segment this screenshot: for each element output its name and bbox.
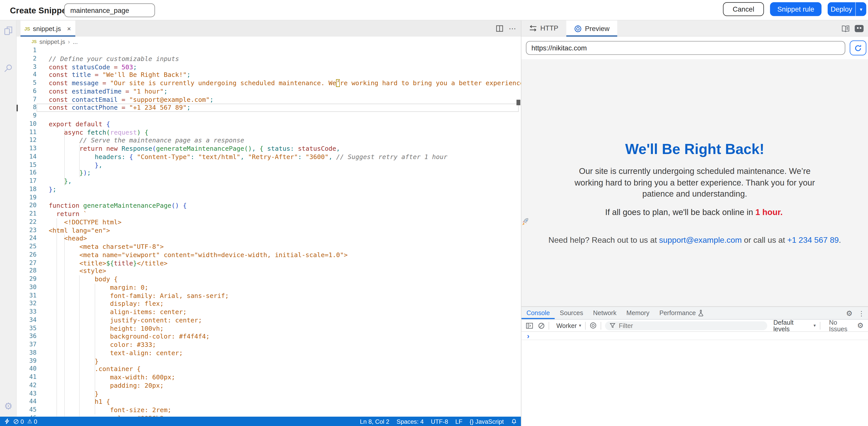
code-line: body { — [49, 275, 521, 283]
refresh-button[interactable] — [849, 40, 866, 55]
breadcrumb-more[interactable]: ... — [73, 38, 78, 45]
code-line: const contactEmail = "support@example.co… — [49, 95, 521, 104]
devtools-panel: Console Sources Network Memory Performan… — [521, 306, 868, 426]
code-line: display: flex; — [49, 300, 521, 308]
deploy-split-button: Deploy ▾ — [828, 2, 867, 16]
line-number: 36 — [17, 333, 36, 341]
filter-input[interactable] — [619, 322, 741, 329]
tab-console[interactable]: Console — [521, 307, 555, 319]
warning-count[interactable]: ⚠ 0 — [27, 418, 37, 425]
line-number: 8 — [17, 104, 36, 112]
text-cursor — [17, 105, 18, 111]
error-count[interactable]: 0 — [13, 418, 24, 425]
tab-http[interactable]: HTTP — [521, 21, 566, 36]
code-line: return ` — [49, 210, 521, 218]
console-filter — [605, 321, 767, 330]
http-arrows-icon — [529, 25, 537, 31]
settings-gear-icon[interactable]: ⚙ — [0, 402, 17, 411]
devtools-settings-icon[interactable]: ⚙ — [846, 309, 852, 317]
tab-snippet-js[interactable]: JS snippet.js × — [21, 21, 75, 36]
code-line: font-size: 2rem; — [49, 406, 521, 414]
more-actions-icon[interactable]: ⋯ — [509, 24, 517, 33]
code-line: const message = "Our site is currently u… — [49, 79, 521, 87]
chevron-right-icon: › — [68, 38, 70, 45]
line-number: 21 — [17, 210, 36, 218]
breadcrumb-file[interactable]: snippet.js — [39, 38, 65, 45]
docs-book-icon[interactable] — [842, 25, 850, 32]
javascript-file-icon: JS — [25, 26, 30, 31]
issues-counter[interactable]: No Issues — [829, 319, 857, 332]
tab-sources[interactable]: Sources — [555, 307, 588, 319]
line-number: 22 — [17, 218, 36, 226]
code-line: async fetch(request) { — [49, 128, 521, 136]
line-number: 38 — [17, 349, 36, 357]
scrollbar-cursor-mark[interactable] — [516, 100, 520, 105]
deploy-button[interactable]: Deploy — [828, 2, 856, 16]
split-editor-icon[interactable] — [496, 25, 503, 32]
line-number: 2 — [17, 55, 36, 63]
code-line: }; — [49, 186, 521, 194]
chevron-down-icon: ▾ — [579, 323, 581, 328]
line-number: 19 — [17, 194, 36, 202]
console-output[interactable]: › — [521, 332, 868, 426]
tab-network[interactable]: Network — [588, 307, 621, 319]
line-number: 26 — [17, 251, 36, 259]
context-selector[interactable]: Worker ▾ — [556, 322, 581, 329]
cursor-position[interactable]: Ln 8, Col 2 — [360, 418, 390, 425]
code-line: padding: 20px; — [49, 381, 521, 390]
code-line: return new Response(generateMaintenanceP… — [49, 145, 521, 153]
close-tab-icon[interactable]: × — [67, 25, 71, 32]
tab-memory[interactable]: Memory — [621, 307, 654, 319]
code-line: align-items: center; — [49, 308, 521, 316]
console-prompt[interactable]: › — [521, 332, 868, 340]
live-expression-eye-icon[interactable] — [589, 322, 597, 329]
language-mode[interactable]: {} JavaScript — [469, 418, 504, 425]
code-editor[interactable]: 1234567891011121314151617181920212223242… — [17, 47, 521, 417]
maintenance-contact: Need help? Reach out to us at support@ex… — [521, 235, 868, 244]
url-input[interactable] — [526, 41, 845, 55]
support-email-link[interactable]: support@example.com — [659, 235, 742, 244]
editor-tabstrip: JS snippet.js × ⋯ — [17, 21, 521, 36]
code-line: <head> — [49, 234, 521, 243]
filter-funnel-icon — [609, 322, 615, 329]
code-line: font-family: Arial, sans-serif; — [49, 292, 521, 300]
notifications-bell-icon[interactable] — [511, 418, 517, 424]
tab-performance[interactable]: Performance — [654, 307, 709, 319]
line-number: 31 — [17, 292, 36, 300]
indentation-setting[interactable]: Spaces: 4 — [397, 418, 424, 425]
code-line: } — [49, 390, 521, 398]
deploy-dropdown-button[interactable]: ▾ — [855, 2, 866, 16]
console-settings-icon[interactable]: ⚙ — [857, 321, 864, 330]
line-number: 14 — [17, 153, 36, 161]
code-line: const contactPhone = "+1 234 567 89"; — [49, 104, 521, 112]
snippet-rule-button[interactable]: Snippet rule — [770, 2, 822, 16]
line-number: 18 — [17, 186, 36, 194]
line-number: 29 — [17, 275, 36, 283]
snippet-name-input[interactable] — [64, 3, 155, 17]
code-line: // Define your customizable inputs — [49, 55, 521, 63]
line-number: 46 — [17, 414, 36, 417]
code-line: const statusCode = 503; — [49, 63, 521, 71]
devtools-menu-icon[interactable]: ⋮ — [858, 309, 865, 317]
log-levels-selector[interactable]: Default levels ▾ — [773, 319, 816, 332]
line-number: 16 — [17, 169, 36, 177]
code-line — [49, 47, 521, 55]
cancel-button[interactable]: Cancel — [723, 2, 764, 16]
eol-setting[interactable]: LF — [455, 418, 462, 425]
editor-pane: ⚙ JS snippet.js × ⋯ — [0, 21, 521, 426]
encoding-setting[interactable]: UTF-8 — [431, 418, 448, 425]
eta-highlight: 1 hour. — [755, 207, 783, 216]
tab-preview[interactable]: Preview — [566, 21, 617, 36]
rocket-emoji — [521, 218, 868, 226]
files-icon[interactable] — [0, 26, 17, 35]
maintenance-message: Our site is currently undergoing schedul… — [564, 166, 825, 200]
console-sidebar-toggle-icon[interactable] — [526, 322, 533, 329]
clear-console-icon[interactable] — [538, 322, 545, 329]
phone-link[interactable]: +1 234 567 89 — [787, 235, 839, 244]
discord-icon[interactable] — [855, 25, 864, 32]
line-number: 35 — [17, 324, 36, 333]
remote-indicator-icon[interactable] — [4, 418, 10, 424]
search-icon[interactable] — [0, 64, 17, 73]
warning-icon: ⚠ — [27, 418, 32, 424]
line-number: 42 — [17, 381, 36, 390]
